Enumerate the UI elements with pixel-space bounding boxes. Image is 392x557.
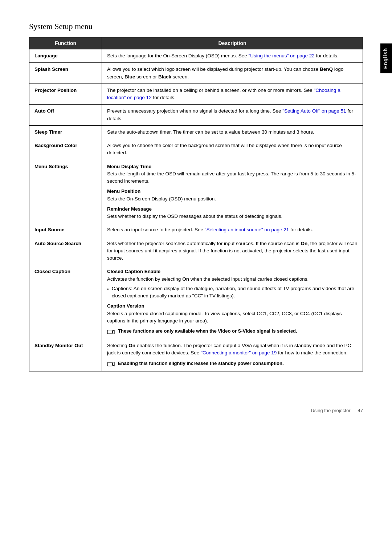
link-selecting-input-source[interactable]: "Selecting an input source" on page 21 [205,227,289,232]
description-cell: The projector can be installed on a ceil… [102,84,363,105]
table-row: Splash Screen Allows you to select which… [29,63,363,84]
sub-heading: Menu Position [107,188,358,195]
description-cell: Sets the language for the On-Screen Disp… [102,49,363,63]
sub-description: Sets the On-Screen Display (OSD) menu po… [107,195,358,203]
link-using-menus[interactable]: "Using the menus" on page 22 [248,53,314,58]
description-text: Selecting On enables the function. The p… [107,342,358,357]
function-label: Auto Source Search [29,237,102,265]
table-row: Closed Caption Closed Caption Enable Act… [29,265,363,339]
link-choosing-location[interactable]: "Choosing a location" on page 12 [107,88,340,100]
page-footer: Using the projector 47 [0,401,392,413]
bullet-dot: • [107,286,109,300]
sub-item: Caption Version Selects a preferred clos… [107,302,358,325]
system-setup-table: Function Description Language Sets the l… [29,37,363,371]
description-cell: Allows you to choose the color of the ba… [102,139,363,160]
sub-description: Sets the length of time the OSD will rem… [107,170,358,185]
description-cell: Closed Caption Enable Activates the func… [102,265,363,339]
description-cell: Sets whether the projector searches auto… [102,237,363,265]
link-connecting-monitor[interactable]: "Connecting a monitor" on page 19 [201,350,277,355]
table-row: Input Source Selects an input source to … [29,223,363,237]
table-row: Projector Position The projector can be … [29,84,363,105]
function-label: Background Color [29,139,102,160]
sub-heading: Caption Version [107,302,358,310]
sub-description: Selects a preferred closed captioning mo… [107,310,358,325]
sub-item: Closed Caption Enable Activates the func… [107,268,358,283]
function-label: Projector Position [29,84,102,105]
function-label: Sleep Timer [29,125,102,139]
note-icon [107,328,115,336]
function-label: Standby Monitor Out [29,339,102,371]
footer-text: Using the projector [311,408,350,413]
description-cell: Prevents unnecessary projection when no … [102,105,363,126]
sub-description: Activates the function by selecting On w… [107,276,358,283]
sub-heading: Reminder Message [107,206,358,213]
table-row: Auto Off Prevents unnecessary projection… [29,105,363,126]
bullet-text: Captions: An on-screen display of the di… [112,285,358,300]
bullet-item: • Captions: An on-screen display of the … [107,285,358,300]
function-label: Menu Settings [29,160,102,223]
table-row: Menu Settings Menu Display Time Sets the… [29,160,363,223]
svg-marker-3 [113,362,114,366]
sub-item: Reminder Message Sets whether to display… [107,206,358,220]
description-cell: Sets the auto-shutdown timer. The timer … [102,125,363,139]
table-row: Background Color Allows you to choose th… [29,139,363,160]
link-setting-auto-off[interactable]: "Setting Auto Off" on page 51 [282,108,346,114]
note-text: These functions are only available when … [118,328,297,335]
table-row: Language Sets the language for the On-Sc… [29,49,363,63]
function-label: Language [29,49,102,63]
svg-rect-2 [107,362,113,366]
note-text: Enabling this function slightly increase… [118,360,284,367]
page-title: System Setup menu [29,22,363,31]
table-header-function: Function [29,37,102,49]
sub-item: Menu Display Time Sets the length of tim… [107,163,358,185]
svg-marker-1 [113,330,114,334]
note-icon [107,360,115,368]
sidebar-english-label: English [380,44,392,73]
function-label: Auto Off [29,105,102,126]
sub-heading: Menu Display Time [107,163,358,170]
description-cell: Selecting On enables the function. The p… [102,339,363,371]
function-label: Closed Caption [29,265,102,339]
note-box: These functions are only available when … [107,328,358,336]
table-row: Standby Monitor Out Selecting On enables… [29,339,363,371]
svg-rect-0 [107,330,113,334]
table-header-description: Description [102,37,363,49]
function-label: Splash Screen [29,63,102,84]
table-row: Sleep Timer Sets the auto-shutdown timer… [29,125,363,139]
sub-item: Menu Position Sets the On-Screen Display… [107,188,358,203]
table-row: Auto Source Search Sets whether the proj… [29,237,363,265]
note-box: Enabling this function slightly increase… [107,360,358,368]
description-cell: Menu Display Time Sets the length of tim… [102,160,363,223]
sub-heading: Closed Caption Enable [107,268,358,275]
description-cell: Allows you to select which logo screen w… [102,63,363,84]
sub-description: Sets whether to display the OSD messages… [107,213,358,220]
description-cell: Selects an input source to be projected.… [102,223,363,237]
function-label: Input Source [29,223,102,237]
footer-page-number: 47 [358,408,363,413]
